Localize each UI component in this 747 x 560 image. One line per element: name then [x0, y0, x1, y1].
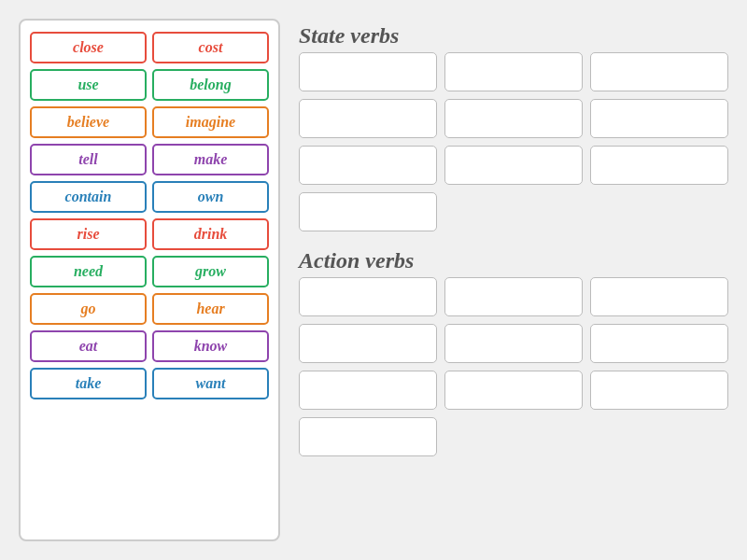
word-card-make[interactable]: make	[152, 144, 269, 175]
state-verbs-row-2	[299, 99, 728, 138]
drop-cell[interactable]	[299, 417, 437, 456]
right-panel: State verbs Action verbs	[299, 19, 728, 541]
word-card-hear[interactable]: hear	[152, 293, 269, 325]
word-card-imagine[interactable]: imagine	[152, 106, 269, 138]
word-card-tell[interactable]: tell	[30, 144, 147, 175]
drop-cell[interactable]	[299, 324, 437, 363]
word-card-contain[interactable]: contain	[30, 181, 147, 213]
word-card-take[interactable]: take	[30, 368, 147, 399]
word-card-believe[interactable]: believe	[30, 106, 147, 138]
word-card-know[interactable]: know	[152, 330, 269, 362]
word-card-use[interactable]: use	[30, 69, 147, 101]
action-verbs-row-4	[299, 417, 728, 456]
drop-cell[interactable]	[444, 146, 583, 185]
drop-cell[interactable]	[590, 146, 728, 185]
word-card-rise[interactable]: rise	[30, 218, 147, 250]
drop-cell[interactable]	[299, 52, 437, 91]
drop-cell[interactable]	[299, 99, 437, 138]
action-verbs-row-2	[299, 324, 728, 363]
word-card-go[interactable]: go	[30, 293, 147, 325]
drop-cell[interactable]	[299, 371, 437, 410]
state-verbs-section: State verbs	[299, 23, 728, 231]
drop-cell[interactable]	[444, 277, 583, 316]
drop-cell[interactable]	[590, 371, 728, 410]
drop-cell[interactable]	[590, 277, 728, 316]
state-verbs-row-1	[299, 52, 728, 91]
drop-cell[interactable]	[299, 192, 437, 231]
drop-cell[interactable]	[444, 324, 583, 363]
state-verbs-row-4	[299, 192, 728, 231]
word-card-close[interactable]: close	[30, 32, 147, 63]
state-verbs-row-3	[299, 146, 728, 185]
word-card-want[interactable]: want	[152, 368, 269, 399]
state-verbs-title: State verbs	[299, 23, 728, 49]
drop-cell[interactable]	[444, 99, 583, 138]
word-card-grow[interactable]: grow	[152, 256, 269, 287]
main-container: closecostusebelongbelieveimaginetellmake…	[0, 0, 747, 560]
word-card-belong[interactable]: belong	[152, 69, 269, 101]
word-card-cost[interactable]: cost	[152, 32, 269, 63]
drop-cell[interactable]	[299, 146, 437, 185]
word-bank: closecostusebelongbelieveimaginetellmake…	[19, 19, 280, 541]
action-verbs-row-1	[299, 277, 728, 316]
word-card-drink[interactable]: drink	[152, 218, 269, 250]
drop-cell[interactable]	[444, 52, 583, 91]
word-card-need[interactable]: need	[30, 256, 147, 287]
action-verbs-section: Action verbs	[299, 248, 728, 456]
drop-cell[interactable]	[590, 99, 728, 138]
drop-cell[interactable]	[299, 277, 437, 316]
drop-cell[interactable]	[590, 52, 728, 91]
action-verbs-title: Action verbs	[299, 248, 728, 273]
action-verbs-row-3	[299, 371, 728, 410]
drop-cell[interactable]	[590, 324, 728, 363]
word-card-own[interactable]: own	[152, 181, 269, 213]
drop-cell[interactable]	[444, 371, 583, 410]
word-card-eat[interactable]: eat	[30, 330, 147, 362]
